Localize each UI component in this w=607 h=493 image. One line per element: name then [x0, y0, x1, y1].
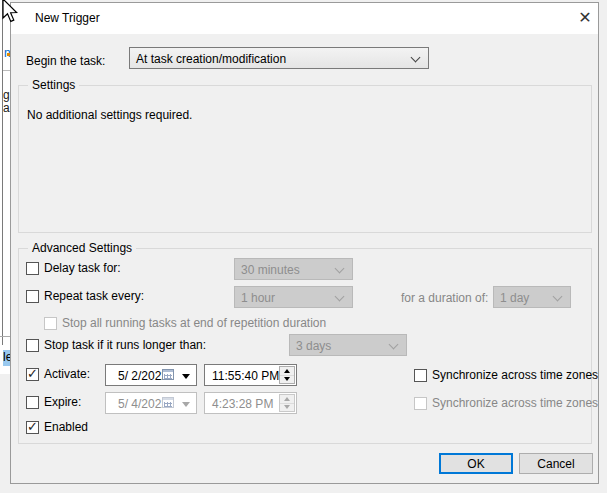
activate-time-spinner[interactable]: 11:55:40 PM [204, 364, 297, 386]
spinner [279, 394, 295, 412]
duration-value: 1 day [500, 291, 529, 305]
background-divider [3, 70, 10, 71]
chevron-down-icon [553, 292, 563, 302]
activate-time-value: 11:55:40 PM [212, 369, 279, 383]
close-icon[interactable]: ✕ [573, 7, 597, 29]
spinner[interactable] [279, 366, 295, 384]
delay-task-dropdown: 30 minutes [234, 258, 353, 280]
repeat-task-label: Repeat task every: [44, 289, 144, 303]
dialog-title: New Trigger [35, 11, 100, 25]
ok-button[interactable]: OK [439, 453, 513, 474]
calendar-icon [162, 397, 174, 408]
enabled-label: Enabled [44, 420, 88, 434]
expire-time-value: 4:23:28 PM [212, 397, 273, 411]
delay-task-label: Delay task for: [44, 261, 121, 275]
enabled-checkbox[interactable] [26, 421, 39, 434]
expire-date-value: 5/ 4/2022 [118, 397, 168, 411]
stop-task-label: Stop task if it runs longer than: [44, 338, 206, 352]
new-trigger-dialog: New Trigger ✕ Begin the task: At task cr… [10, 2, 599, 484]
mouse-cursor-icon [2, 0, 22, 24]
settings-message: No additional settings required. [27, 108, 192, 122]
duration-dropdown: 1 day [493, 286, 571, 308]
activate-sync-label: Synchronize across time zones [432, 368, 598, 382]
begin-task-value: At task creation/modification [136, 52, 286, 66]
activate-sync-checkbox[interactable] [414, 369, 427, 382]
chevron-down-icon [335, 292, 345, 302]
activate-checkbox[interactable] [26, 368, 39, 381]
activate-date-picker[interactable]: 5/ 2/2022 [105, 364, 197, 386]
background-window-border [2, 0, 3, 345]
chevron-down-icon [389, 340, 399, 350]
calendar-icon [162, 369, 174, 380]
repeat-task-value: 1 hour [241, 291, 275, 305]
stop-task-checkbox[interactable] [26, 339, 39, 352]
spinner-down-icon[interactable] [280, 375, 294, 383]
activate-date-value: 5/ 2/2022 [118, 369, 168, 383]
background-selected-item: le [3, 350, 10, 366]
settings-group-label: Settings [28, 78, 79, 92]
stop-all-tasks-checkbox [44, 317, 57, 330]
dropdown-arrow-icon [182, 402, 190, 407]
chevron-down-icon [335, 264, 345, 274]
cancel-button[interactable]: Cancel [519, 453, 593, 474]
begin-task-dropdown[interactable]: At task creation/modification [129, 47, 429, 69]
stop-task-dropdown: 3 days [289, 334, 407, 356]
repeat-task-checkbox[interactable] [26, 290, 39, 303]
delay-task-value: 30 minutes [241, 263, 300, 277]
background-window: n g a le [0, 0, 10, 374]
background-text-fragment: g [3, 88, 10, 102]
spinner-down-icon [280, 403, 294, 411]
expire-time-spinner: 4:23:28 PM [204, 392, 297, 414]
begin-task-label: Begin the task: [26, 54, 105, 68]
dropdown-arrow-icon [182, 374, 190, 379]
expire-label: Expire: [44, 395, 81, 409]
expire-sync-checkbox [414, 397, 427, 410]
settings-group: Settings No additional settings required… [18, 85, 592, 233]
screen: n g a le New Trigger ✕ Begin the task: A… [0, 0, 607, 493]
duration-label: for a duration of: [401, 291, 488, 305]
activate-label: Activate: [44, 367, 90, 381]
stop-task-value: 3 days [296, 339, 331, 353]
repeat-task-dropdown: 1 hour [234, 286, 353, 308]
expire-date-picker: 5/ 4/2022 [105, 392, 197, 414]
background-text-fragment: a [3, 101, 10, 115]
title-bar: New Trigger ✕ [11, 3, 598, 34]
delay-task-checkbox[interactable] [26, 262, 39, 275]
expire-checkbox[interactable] [26, 396, 39, 409]
stop-all-tasks-label: Stop all running tasks at end of repetit… [62, 316, 326, 330]
background-divider [0, 336, 10, 337]
chevron-down-icon [411, 53, 421, 63]
advanced-settings-group-label: Advanced Settings [28, 241, 136, 255]
expire-sync-label: Synchronize across time zones [432, 396, 598, 410]
